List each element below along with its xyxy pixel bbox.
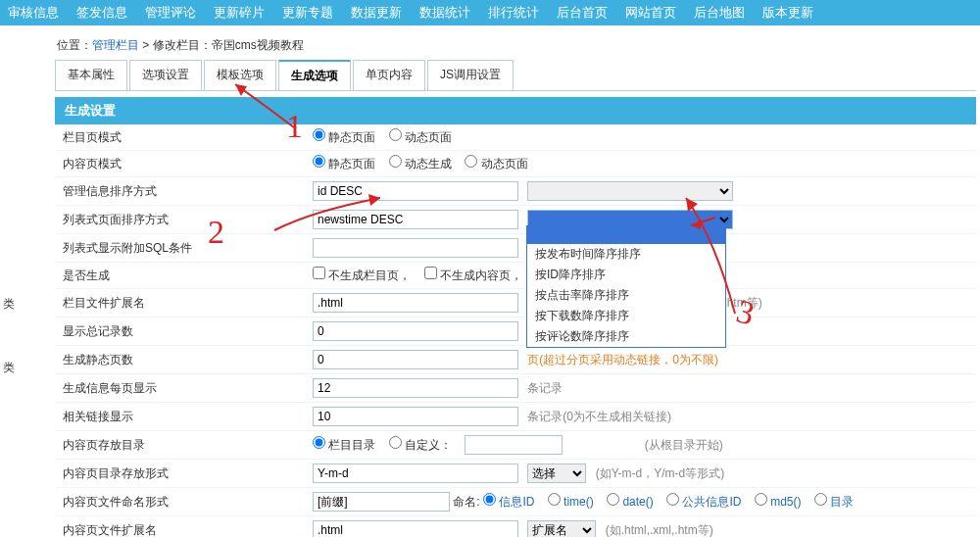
nav-item[interactable]: 管理评论 — [145, 4, 196, 22]
nav-item[interactable]: 签发信息 — [76, 4, 127, 22]
nav-item[interactable]: 更新碎片 — [214, 4, 265, 22]
nav-item[interactable]: 版本更新 — [762, 4, 813, 22]
nav-item[interactable]: 后台首页 — [557, 4, 608, 22]
nav-item[interactable]: 数据统计 — [419, 4, 470, 22]
nav-item[interactable]: 更新专题 — [282, 4, 333, 22]
nav-item[interactable]: 网站首页 — [625, 4, 676, 22]
nav-item[interactable]: 后台地图 — [694, 4, 745, 22]
top-nav: 审核信息 签发信息 管理评论 更新碎片 更新专题 数据更新 数据统计 排行统计 … — [0, 0, 980, 25]
nav-item[interactable]: 审核信息 — [8, 4, 59, 22]
nav-item[interactable]: 排行统计 — [488, 4, 539, 22]
nav-item[interactable]: 数据更新 — [351, 4, 402, 22]
